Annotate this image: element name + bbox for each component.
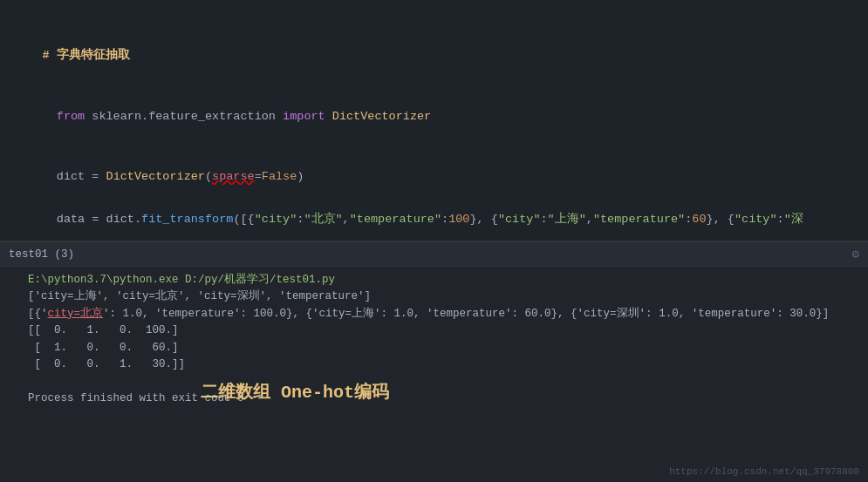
term-line-matrix1: [[ 0. 1. 0. 100.] bbox=[28, 322, 859, 339]
line-text-3: from sklearn.feature_extraction import D… bbox=[0, 97, 431, 136]
term-line-matrix3: [ 0. 0. 1. 30.]] bbox=[28, 356, 859, 373]
term-line-blank bbox=[28, 373, 859, 390]
line-text: # 字典特征抽取 bbox=[0, 8, 130, 76]
term-line-3: [{'city=北京': 1.0, 'temperature': 100.0},… bbox=[28, 306, 859, 322]
term-line-finish: Process finished with exit code 0 bbox=[28, 390, 859, 407]
code-line-3: from sklearn.feature_extraction import D… bbox=[0, 96, 868, 137]
terminal-panel: test01 (3) ⚙ ▼ ▲ ⊡ ≡ ⏹ 🗑 E:\python3.7\py… bbox=[0, 242, 868, 482]
code-line-1: # 字典特征抽取 bbox=[0, 7, 868, 77]
code-editor: # 字典特征抽取 from sklearn.feature_extraction… bbox=[0, 0, 868, 242]
code-line-5: dict = DictVectorizer(sparse=False) bbox=[0, 156, 868, 197]
term-line-1: E:\python3.7\python.exe D:/py/机器学习/test0… bbox=[28, 272, 859, 289]
code-line-blank2 bbox=[0, 137, 868, 156]
terminal-title: test01 (3) bbox=[9, 248, 74, 261]
term-line-2: ['city=上海', 'city=北京', 'city=深圳', 'tempe… bbox=[28, 289, 859, 305]
line-text-5: dict = DictVectorizer(sparse=False) bbox=[0, 157, 304, 196]
terminal-header: test01 (3) ⚙ bbox=[0, 242, 868, 267]
watermark: https://blog.csdn.net/qq_37978800 bbox=[669, 466, 859, 477]
term-line-matrix2: [ 1. 0. 0. 60.] bbox=[28, 340, 859, 356]
terminal-content: E:\python3.7\python.exe D:/py/机器学习/test0… bbox=[19, 267, 868, 412]
line-text-6: data = dict.fit_transform([{"city":"北京",… bbox=[0, 198, 803, 240]
gear-icon[interactable]: ⚙ bbox=[852, 247, 859, 261]
code-line-blank bbox=[0, 77, 868, 96]
terminal-body: E:\python3.7\python.exe D:/py/机器学习/test0… bbox=[19, 267, 868, 412]
code-line-6: data = dict.fit_transform([{"city":"北京",… bbox=[0, 197, 868, 241]
